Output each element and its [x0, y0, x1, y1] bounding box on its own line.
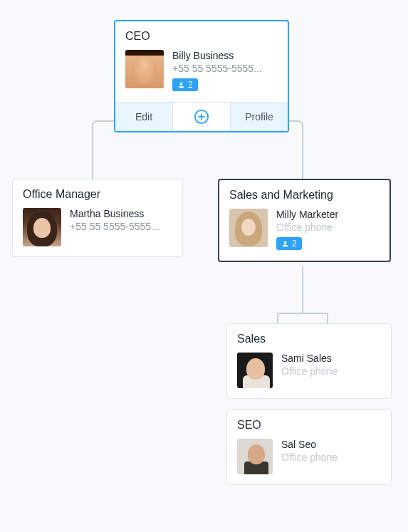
role-title: SEO — [227, 410, 391, 439]
avatar — [23, 208, 61, 246]
phone-number: +55 55 5555-5555... — [172, 63, 278, 74]
phone-label: Office phone — [281, 452, 381, 463]
person-name: Martha Business — [70, 208, 172, 219]
edit-button[interactable]: Edit — [115, 103, 173, 131]
org-node-sales[interactable]: Sales Sami Sales Office phone — [226, 323, 392, 399]
person-name: Sami Sales — [281, 353, 381, 364]
org-node-ceo[interactable]: CEO Billy Business +55 55 5555-5555... 2… — [114, 20, 289, 132]
role-title: Sales and Marketing — [219, 180, 389, 209]
phone-label: Office phone — [281, 365, 381, 377]
reports-badge[interactable]: 2 — [276, 237, 302, 250]
phone-label: Office phone — [276, 221, 380, 233]
reports-count: 2 — [292, 239, 297, 249]
add-button[interactable] — [173, 103, 231, 131]
person-name: Milly Marketer — [276, 209, 380, 220]
person-icon — [177, 81, 185, 89]
role-title: CEO — [115, 21, 288, 50]
reports-badge[interactable]: 2 — [172, 78, 198, 91]
person-name: Billy Business — [172, 50, 278, 61]
plus-circle-icon — [194, 109, 209, 125]
org-node-office-manager[interactable]: Office Manager Martha Business +55 55 55… — [12, 179, 183, 257]
avatar — [125, 50, 164, 88]
org-node-sales-marketing[interactable]: Sales and Marketing Milly Marketer Offic… — [218, 179, 391, 262]
avatar — [229, 209, 268, 247]
org-node-seo[interactable]: SEO Sal Seo Office phone — [226, 410, 392, 485]
profile-button[interactable]: Profile — [231, 103, 288, 131]
phone-number: +55 55 5555-5555... — [70, 221, 172, 232]
avatar — [237, 439, 273, 474]
person-name: Sal Seo — [281, 439, 381, 450]
reports-count: 2 — [188, 80, 193, 90]
person-icon — [281, 240, 289, 248]
avatar — [237, 353, 273, 388]
role-title: Office Manager — [13, 179, 182, 208]
role-title: Sales — [227, 324, 391, 353]
